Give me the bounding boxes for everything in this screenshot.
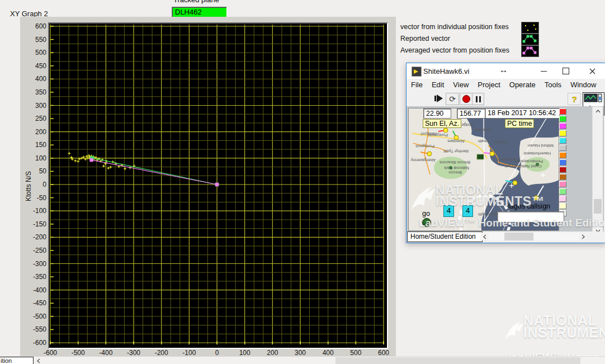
- y-tick-label: 500: [13, 49, 46, 56]
- legend-row: vector from individual position fixes: [398, 21, 539, 33]
- toolbar: ⟳ ? 1: [407, 91, 605, 107]
- y-tick-label: 150: [13, 141, 46, 149]
- y-tick-label: -100: [13, 207, 46, 215]
- xy-graph-control[interactable]: 600550500450400350300250200150100500-50-…: [20, 17, 396, 362]
- y-tick-label: 450: [13, 62, 46, 70]
- legend-row: Averaged vector from position fixes: [398, 45, 539, 56]
- legend-row: Reported vector: [398, 33, 539, 45]
- plane-marker: [454, 135, 459, 140]
- plot-svg: [49, 23, 385, 346]
- tracked-plane-label: Tracked plane: [173, 0, 219, 4]
- window-title: ShiteHawk6.vi: [423, 67, 469, 75]
- map-town-label: Pontypool: [415, 144, 434, 149]
- h-scrollbar[interactable]: [489, 233, 579, 240]
- scroll-up-icon[interactable]: [593, 107, 603, 116]
- map-town-label: National Park: [444, 166, 469, 171]
- color-box[interactable]: [559, 174, 566, 180]
- map-town-label: Pontypridd: [428, 133, 448, 138]
- main-tab-partial[interactable]: ition: [0, 357, 34, 364]
- map-town-label: Abergavenny: [411, 158, 436, 163]
- close-button[interactable]: [583, 63, 601, 79]
- sun-elevation-value[interactable]: 22.90: [423, 108, 451, 119]
- color-palette: [559, 108, 567, 218]
- legend-label: Reported vector: [400, 35, 450, 42]
- color-box[interactable]: [559, 108, 566, 115]
- menu-item-view[interactable]: View: [448, 79, 473, 91]
- plane-marker: [443, 128, 448, 133]
- pc-time-value[interactable]: 18 Feb 2017 10:56:42: [485, 108, 560, 119]
- abort-button[interactable]: [460, 93, 473, 105]
- go-button[interactable]: [422, 218, 431, 227]
- ni-brand-line1: NATIONAL: [523, 314, 605, 327]
- sun-el-az-label: Sun El, Az.: [423, 119, 461, 128]
- menu-item-project[interactable]: Project: [473, 79, 504, 91]
- color-box[interactable]: [559, 203, 566, 209]
- v-scrollbar[interactable]: [592, 107, 603, 235]
- color-box[interactable]: [559, 116, 566, 122]
- main-hscroll-thumb[interactable]: [335, 357, 580, 364]
- series-marker: [89, 158, 93, 162]
- resize-cursor-icon: ↔: [499, 65, 508, 74]
- legend-label: vector from individual position fixes: [400, 23, 509, 31]
- plot-area[interactable]: [48, 22, 388, 349]
- sun-azimuth-value[interactable]: 156.77: [457, 108, 486, 119]
- plane-marker: [490, 152, 494, 156]
- menu-item-window[interactable]: Window: [566, 79, 601, 91]
- go-label: go: [422, 210, 430, 218]
- run-continuous-button[interactable]: ⟳: [446, 93, 459, 105]
- map-town-label: Haverfordwest: [523, 151, 551, 156]
- color-box[interactable]: [559, 159, 566, 166]
- color-box[interactable]: [559, 188, 566, 195]
- color-box[interactable]: [559, 181, 566, 187]
- plane-marker: [427, 152, 432, 156]
- tab-home-student-edition[interactable]: Home/Student Edition: [407, 231, 483, 242]
- help-button[interactable]: ?: [568, 93, 581, 105]
- scroll-left-icon[interactable]: [34, 357, 42, 364]
- y-axis-title: Ktotts N/S: [25, 171, 32, 201]
- map-town-label: Llanelli: [494, 140, 508, 145]
- ni-eagle-icon: [504, 314, 523, 347]
- v-scroll-thumb[interactable]: [594, 199, 602, 214]
- menu-item-edit[interactable]: Edit: [427, 79, 448, 91]
- numeric-indicator-1[interactable]: 4: [443, 205, 454, 217]
- menu-item-operate[interactable]: Operate: [505, 79, 540, 91]
- legend-green-line-icon[interactable]: [521, 34, 539, 45]
- color-box[interactable]: [559, 130, 566, 136]
- y-tick-label: -300: [13, 260, 46, 268]
- legend-label: Averaged vector from position fixes: [400, 46, 509, 54]
- color-box[interactable]: [559, 123, 566, 129]
- graph-legend: vector from individual position fixesRep…: [398, 21, 539, 56]
- h-scroll-thumb[interactable]: [504, 233, 533, 240]
- map-town-label: Brecon: [448, 170, 462, 175]
- y-tick-label: -150: [13, 220, 46, 228]
- color-box[interactable]: [559, 145, 566, 151]
- menu-item-file[interactable]: File: [407, 79, 427, 91]
- ni-brand-line2: INSTRUMENTS: [523, 327, 605, 339]
- callsign-field[interactable]: [497, 211, 564, 223]
- color-box[interactable]: [559, 196, 566, 202]
- pause-button[interactable]: [472, 93, 484, 105]
- y-tick-label: 350: [13, 88, 46, 96]
- callsign-label: lagos callsign: [508, 202, 550, 210]
- scroll-left-icon[interactable]: [480, 233, 489, 240]
- labview-app-icon: [412, 67, 422, 77]
- series-line: [92, 160, 217, 185]
- y-tick-label: 550: [13, 36, 46, 44]
- map-town-label: Milford Haven: [528, 143, 554, 148]
- menu-item-tools[interactable]: Tools: [540, 79, 566, 91]
- minimize-button[interactable]: [535, 63, 552, 79]
- numeric-indicator-2[interactable]: 4: [462, 205, 473, 217]
- legend-magenta-line-icon[interactable]: [521, 45, 539, 57]
- title-bar[interactable]: ShiteHawk6.vi ↔: [407, 63, 605, 79]
- scroll-right-icon[interactable]: [579, 233, 588, 240]
- y-tick-label: 300: [13, 102, 46, 110]
- y-tick-label: -200: [13, 233, 46, 241]
- color-box[interactable]: [559, 138, 566, 144]
- color-box[interactable]: [559, 152, 566, 158]
- color-box[interactable]: [559, 167, 566, 173]
- x-tick-label: 600: [367, 349, 400, 357]
- maximize-button[interactable]: [557, 63, 575, 79]
- legend-yellow-dots-icon[interactable]: [521, 22, 539, 34]
- y-tick-label: -350: [13, 273, 46, 281]
- run-button[interactable]: [433, 93, 445, 104]
